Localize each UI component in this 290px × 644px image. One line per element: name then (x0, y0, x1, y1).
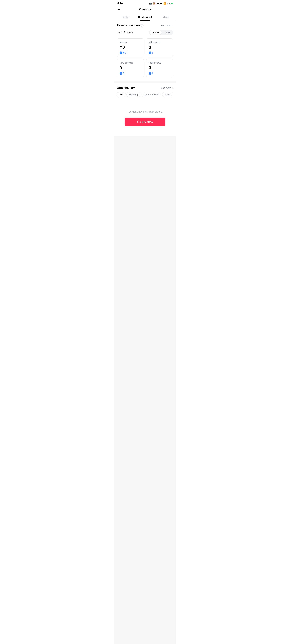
filter-chip-under-review[interactable]: Under review (142, 92, 161, 97)
video-views-label: Video views (148, 41, 170, 44)
content-type-toggle: Video LIVE (149, 30, 173, 35)
ad-cost-value: ₱ 0 (120, 45, 142, 50)
stat-card-profile-views: Profile views 0 ▲ 0 (146, 59, 173, 77)
main-content: Results overview i See more > Last 28 da… (114, 21, 176, 644)
signal-bars-2 (160, 2, 162, 4)
new-followers-value: 0 (120, 65, 142, 70)
vibrate-icon: 🔕 (153, 2, 155, 4)
tab-bar: Create Dashboard Mine (114, 14, 176, 21)
video-toggle[interactable]: Video (150, 30, 162, 35)
order-filter-chips: All Pending Under review Active Complete… (117, 92, 173, 98)
filter-chip-active[interactable]: Active (162, 92, 173, 97)
filter-row: Last 28 days ▾ Video LIVE (117, 30, 173, 35)
video-views-change: ▲ 0 (148, 52, 170, 54)
camera-icon: 📷 (149, 2, 152, 4)
battery-percent: 74% (167, 2, 171, 4)
page-title: Promote (138, 8, 151, 11)
order-history-section: Order history See more > All Pending Und… (114, 83, 176, 136)
new-followers-label: New followers (120, 62, 142, 64)
live-toggle[interactable]: LIVE (162, 30, 173, 35)
chevron-down-icon: ▾ (132, 31, 133, 34)
battery-dot (171, 3, 172, 4)
results-overview-section: Results overview i See more > Last 28 da… (114, 21, 176, 81)
ad-cost-change: ▲ ₱ 0 (120, 52, 142, 54)
date-filter[interactable]: Last 28 days ▾ (117, 31, 133, 34)
status-icons: 📷 🔕 📶 74% (149, 2, 172, 4)
stats-grid: Ad cost ₱ 0 ▲ ₱ 0 Video views 0 ▲ 0 (117, 38, 173, 77)
wifi-icon: 📶 (164, 2, 166, 4)
video-views-value: 0 (148, 45, 170, 50)
tab-mine[interactable]: Mine (155, 14, 176, 20)
profile-views-label: Profile views (148, 62, 170, 64)
signal-bars-1 (156, 2, 159, 4)
peso-symbol: ₱ (120, 45, 122, 49)
info-icon[interactable]: i (141, 24, 144, 27)
battery-indicator: 74% (167, 2, 172, 4)
empty-state: You don't have any past orders. Try prom… (117, 101, 173, 132)
up-arrow-icon-3: ▲ (120, 72, 122, 75)
stat-card-video-views: Video views 0 ▲ 0 (146, 38, 173, 57)
tab-dashboard[interactable]: Dashboard (135, 14, 155, 20)
stat-card-ad-cost: Ad cost ₱ 0 ▲ ₱ 0 (117, 38, 144, 57)
order-history-title: Order history (117, 86, 135, 90)
empty-state-message: You don't have any past orders. (128, 110, 162, 113)
ad-cost-label: Ad cost (120, 41, 142, 44)
back-button[interactable]: ← (118, 8, 121, 11)
profile-views-change: ▲ 0 (148, 72, 170, 75)
header: ← Promote (114, 6, 176, 14)
results-title-row: Results overview i (117, 24, 144, 27)
filter-chip-pending[interactable]: Pending (126, 92, 140, 97)
results-see-more[interactable]: See more > (161, 24, 173, 27)
order-history-header: Order history See more > (117, 86, 173, 90)
filter-chip-all[interactable]: All (117, 92, 125, 97)
up-arrow-icon: ▲ (120, 52, 122, 54)
order-see-more[interactable]: See more > (161, 86, 173, 89)
status-bar: 8:44 📷 🔕 📶 74% (114, 0, 176, 6)
stat-card-new-followers: New followers 0 ▲ 0 (117, 59, 144, 77)
results-overview-header: Results overview i See more > (117, 24, 173, 27)
results-overview-title: Results overview (117, 24, 140, 27)
up-arrow-icon-4: ▲ (148, 72, 152, 75)
date-filter-label: Last 28 days (117, 31, 131, 34)
status-time: 8:44 (118, 2, 122, 5)
tab-create[interactable]: Create (114, 14, 135, 20)
profile-views-value: 0 (148, 65, 170, 70)
try-promote-button[interactable]: Try promote (124, 118, 166, 126)
up-arrow-icon-2: ▲ (148, 52, 152, 54)
new-followers-change: ▲ 0 (120, 72, 142, 75)
